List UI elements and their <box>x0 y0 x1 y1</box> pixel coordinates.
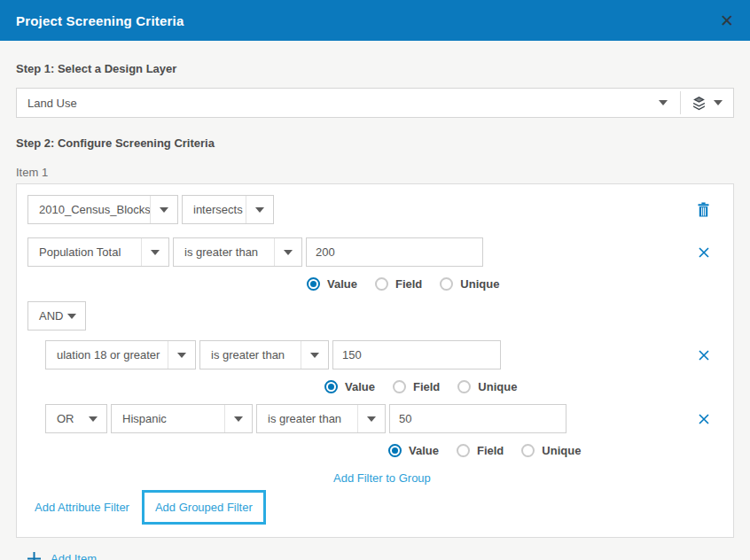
layer-list-button[interactable] <box>681 96 733 111</box>
radio-field-1[interactable]: Field <box>375 277 422 291</box>
operator-dropdown-1-value: is greater than <box>174 245 274 259</box>
radio-unselected-icon <box>393 380 406 393</box>
step1-heading: Step 1: Select a Design Layer <box>16 62 734 75</box>
chevron-down-icon <box>224 405 252 432</box>
operator-dropdown-2-value: is greater than <box>200 348 301 362</box>
trash-icon <box>697 202 710 217</box>
design-layer-value: Land Use <box>17 97 659 110</box>
field-dropdown-1-value: Population Total <box>28 245 141 259</box>
chevron-down-icon <box>150 196 177 223</box>
value-type-radio-group-1: Value Field Unique <box>307 277 723 291</box>
radio-value-1[interactable]: Value <box>307 277 357 291</box>
radio-unique-2[interactable]: Unique <box>457 380 517 393</box>
value-input-3[interactable] <box>389 404 566 433</box>
field-dropdown-3-value: Hispanic <box>112 412 224 425</box>
chevron-down-icon <box>714 100 723 105</box>
radio-value-3[interactable]: Value <box>388 444 439 457</box>
add-item-label: Add Item <box>51 552 97 560</box>
chevron-down-icon <box>357 405 385 432</box>
dialog-body: Step 1: Select a Design Layer Land Use S… <box>0 62 750 560</box>
radio-unselected-icon <box>440 277 453 291</box>
field-dropdown-2[interactable]: ulation 18 or greater <box>45 340 196 369</box>
value-input-1[interactable] <box>306 237 483 267</box>
add-attribute-filter-link[interactable]: Add Attribute Filter <box>35 501 129 514</box>
value-type-radio-group-3: Value Field Unique <box>388 444 723 457</box>
plus-icon <box>27 551 42 560</box>
radio-unique-label: Unique <box>542 444 581 457</box>
layer-dropdown-value: 2010_Census_Blocks <box>28 203 150 216</box>
chevron-down-icon <box>274 238 301 266</box>
dialog-header: Project Screening Criteria ✕ <box>0 0 750 41</box>
value-input-2[interactable] <box>332 340 501 369</box>
operator-dropdown-1[interactable]: is greater than <box>173 237 302 267</box>
radio-unique-label: Unique <box>478 380 517 393</box>
logic-operator-dropdown[interactable]: AND <box>27 301 86 331</box>
layer-dropdown[interactable]: 2010_Census_Blocks <box>27 195 178 224</box>
add-grouped-filter-focus-box: Add Grouped Filter <box>142 490 266 525</box>
radio-selected-icon <box>388 444 402 457</box>
attribute-filter-row-1: Population Total is greater than <box>27 237 723 267</box>
logic-operator-row: AND <box>27 301 723 331</box>
chevron-down-icon <box>168 341 195 369</box>
dialog-title: Project Screening Criteria <box>16 13 184 28</box>
logic-operator-value: AND <box>28 309 67 323</box>
design-layer-dropdown[interactable]: Land Use <box>16 88 734 118</box>
chevron-down-icon <box>141 238 168 266</box>
close-icon <box>698 246 710 259</box>
radio-unselected-icon <box>457 444 470 457</box>
close-icon[interactable]: ✕ <box>720 12 734 29</box>
remove-filter-2-button[interactable] <box>698 349 710 362</box>
chevron-down-icon <box>89 405 106 432</box>
attribute-filter-row-3: OR Hispanic is greater than <box>45 404 723 433</box>
add-filter-to-group-link[interactable]: Add Filter to Group <box>333 471 431 485</box>
radio-unselected-icon <box>457 380 471 393</box>
radio-value-label: Value <box>345 380 375 393</box>
field-dropdown-1[interactable]: Population Total <box>27 237 169 267</box>
chevron-down-icon <box>246 196 273 223</box>
radio-field-2[interactable]: Field <box>393 380 440 393</box>
logic-operator-dropdown-2[interactable]: OR <box>45 404 107 433</box>
operator-dropdown-3[interactable]: is greater than <box>256 404 386 433</box>
remove-filter-1-button[interactable] <box>698 246 710 259</box>
radio-value-label: Value <box>327 277 357 291</box>
field-dropdown-3[interactable]: Hispanic <box>111 404 253 433</box>
panel-footer-links: Add Attribute Filter Add Grouped Filter <box>27 490 723 525</box>
chevron-down-icon <box>301 341 328 369</box>
radio-field-label: Field <box>395 277 422 291</box>
grouped-filter-container: ulation 18 or greater is greater than <box>45 340 723 485</box>
value-type-radio-group-2: Value Field Unique <box>324 380 723 393</box>
radio-unselected-icon <box>521 444 535 457</box>
delete-item-button[interactable] <box>697 202 710 217</box>
radio-unique-label: Unique <box>460 277 499 291</box>
item-label: Item 1 <box>16 166 734 179</box>
spatial-operator-dropdown[interactable]: intersects <box>182 195 274 224</box>
operator-dropdown-3-value: is greater than <box>257 412 357 425</box>
radio-field-3[interactable]: Field <box>457 444 504 457</box>
spatial-filter-row: 2010_Census_Blocks intersects <box>27 195 723 224</box>
layers-icon <box>691 96 707 111</box>
radio-selected-icon <box>307 277 320 291</box>
remove-filter-3-button[interactable] <box>698 413 710 425</box>
step2-heading: Step 2: Configure Screening Criteria <box>16 136 734 150</box>
radio-unselected-icon <box>375 277 388 291</box>
radio-selected-icon <box>324 380 338 393</box>
chevron-down-icon <box>67 302 85 330</box>
radio-value-label: Value <box>409 444 439 457</box>
logic-operator-2-value: OR <box>46 412 89 425</box>
chevron-down-icon <box>659 100 668 105</box>
radio-unique-3[interactable]: Unique <box>521 444 581 457</box>
operator-dropdown-2[interactable]: is greater than <box>199 340 329 369</box>
add-item-button[interactable]: Add Item <box>27 551 734 560</box>
radio-field-label: Field <box>477 444 504 457</box>
spatial-operator-value: intersects <box>183 203 246 216</box>
screening-item-panel: 2010_Census_Blocks intersects <box>16 183 734 538</box>
attribute-filter-row-2: ulation 18 or greater is greater than <box>45 340 723 369</box>
radio-field-label: Field <box>413 380 440 393</box>
radio-unique-1[interactable]: Unique <box>440 277 499 291</box>
add-grouped-filter-link[interactable]: Add Grouped Filter <box>155 501 253 514</box>
close-icon <box>698 413 710 425</box>
close-icon <box>698 349 710 362</box>
radio-value-2[interactable]: Value <box>324 380 375 393</box>
field-dropdown-2-value: ulation 18 or greater <box>46 348 168 362</box>
